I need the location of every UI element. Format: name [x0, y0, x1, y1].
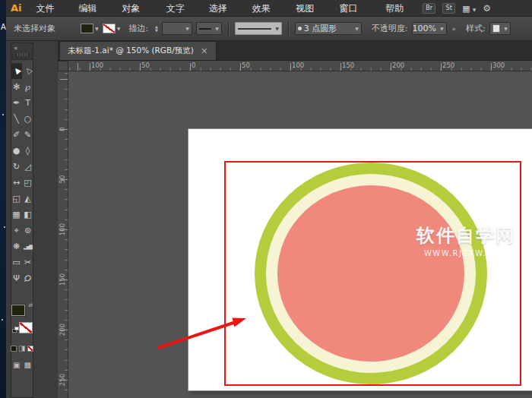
ellipse-icon: ○: [24, 114, 32, 124]
mesh-tool[interactable]: ▦: [11, 207, 22, 223]
menu-item-help[interactable]: 帮助(H): [378, 0, 423, 17]
blob-brush-tool[interactable]: ●: [11, 143, 22, 159]
gradient-icon: ◧: [24, 210, 31, 220]
selection-tool[interactable]: ▶: [11, 63, 22, 79]
fill-color-picker[interactable]: ▼: [81, 24, 99, 33]
pen-icon: ✒: [13, 98, 20, 108]
vertical-ruler[interactable]: 0 50 100 150 200 250: [58, 71, 68, 398]
ruler-origin-corner[interactable]: [58, 61, 68, 71]
menu-item-file[interactable]: 文件(F): [30, 0, 72, 17]
eyedropper-tool[interactable]: ⌖: [11, 223, 22, 238]
hand-tool[interactable]: Ψ: [11, 270, 22, 286]
menu-item-edit[interactable]: 编辑(E): [72, 0, 116, 17]
color-button[interactable]: [11, 346, 17, 352]
canvas-pasteboard[interactable]: 软件自学网 WWW.RJZXW.COM: [68, 71, 532, 398]
ruler-label: 100: [59, 222, 66, 237]
workspace-switcher[interactable]: ▦▼: [462, 3, 476, 14]
lasso-icon: ℘: [25, 82, 31, 92]
artboard-tool[interactable]: ▭: [11, 254, 22, 270]
fill-swatch[interactable]: [81, 24, 93, 33]
free-transform-tool[interactable]: ◰: [22, 175, 33, 191]
eraser-tool[interactable]: ◊: [22, 143, 33, 159]
watermelon-flesh-ellipse[interactable]: [277, 185, 464, 362]
line-tool[interactable]: ╲: [11, 111, 22, 127]
stroke-weight-select[interactable]: ▼: [162, 22, 192, 35]
ruler-label: 150: [59, 272, 66, 287]
horizontal-ruler[interactable]: 100 50 0 50 100 150 200 250 300: [68, 61, 532, 71]
opacity-panel-chevron-icon[interactable]: »: [451, 25, 458, 33]
lasso-tool[interactable]: ℘: [22, 79, 33, 95]
shape-builder-tool[interactable]: ◱: [11, 191, 22, 207]
stock-icon[interactable]: St: [442, 3, 455, 14]
red-annotation-arrow: [154, 313, 251, 355]
style-select[interactable]: ▼: [489, 22, 511, 35]
opacity-label[interactable]: 不透明度:: [372, 23, 408, 34]
column-graph-icon: ▂▅▇: [24, 244, 32, 249]
ruler-label: 0: [59, 122, 66, 137]
paintbrush-icon: ✐: [13, 130, 20, 140]
brush-definition-select[interactable]: 3 点圆形 ▼: [295, 22, 362, 35]
rotate-tool[interactable]: ↻: [11, 159, 22, 175]
direct-selection-tool[interactable]: ▷: [22, 63, 33, 79]
draw-behind-icon[interactable]: ▩: [24, 361, 31, 369]
panel-grip[interactable]: [17, 53, 28, 56]
stroke-none-swatch[interactable]: [103, 24, 116, 33]
free-transform-icon: ◰: [24, 178, 31, 188]
style-chip: [492, 24, 500, 33]
none-button[interactable]: [27, 346, 33, 352]
symbol-sprayer-tool[interactable]: ❋: [11, 238, 22, 254]
draw-normal-icon[interactable]: ▣: [13, 361, 20, 369]
brush-preview-select[interactable]: ▼: [235, 22, 282, 35]
tools-panel-header[interactable]: «: [11, 43, 33, 59]
column-graph-tool[interactable]: ▂▅▇: [22, 238, 33, 254]
gradient-button[interactable]: [19, 346, 25, 352]
blend-tool[interactable]: ⊚: [22, 223, 33, 238]
ruler-label: 50: [59, 172, 66, 187]
ruler-label: 50: [141, 62, 150, 69]
collapse-panel-icon[interactable]: «: [14, 44, 18, 52]
hand-icon: Ψ: [13, 273, 20, 283]
type-tool[interactable]: T: [22, 95, 33, 111]
slice-tool[interactable]: ✂: [22, 254, 33, 270]
ellipse-tool[interactable]: ○: [22, 111, 33, 127]
perspective-grid-tool[interactable]: ◭: [22, 191, 33, 207]
bridge-icon[interactable]: Br: [423, 3, 435, 14]
swap-fill-stroke-icon[interactable]: ⇄: [28, 303, 33, 308]
width-profile-select[interactable]: ▼: [196, 22, 222, 35]
pencil-tool[interactable]: ✎: [22, 127, 33, 143]
menu-item-object[interactable]: 对象(O): [115, 0, 159, 17]
menu-item-effect[interactable]: 效果(C): [245, 0, 289, 17]
menu-item-view[interactable]: 视图(V): [289, 0, 332, 17]
pencil-icon: ✎: [24, 130, 31, 140]
sync-gear-icon[interactable]: ⚙: [483, 3, 491, 14]
zoom-tool[interactable]: Ϙ: [22, 270, 33, 286]
scale-tool[interactable]: ◿: [22, 159, 33, 175]
stroke-color-picker[interactable]: ▼: [103, 24, 121, 33]
paintbrush-tool[interactable]: ✐: [11, 127, 22, 143]
document-tab[interactable]: 未标题-1.ai* @ 150% (RGB/预览) ×: [59, 41, 217, 60]
magic-wand-tool[interactable]: ✻: [11, 79, 22, 95]
symbol-sprayer-icon: ❋: [13, 242, 20, 251]
menu-item-window[interactable]: 窗口(W): [332, 0, 378, 17]
blend-icon: ⊚: [24, 226, 31, 235]
width-profile-preview: [199, 28, 211, 30]
zoom-icon: Ϙ: [22, 273, 33, 284]
menu-item-select[interactable]: 选择(S): [202, 0, 245, 17]
menu-bar: Ai 文件(F) 编辑(E) 对象(O) 文字(T) 选择(S) 效果(C) 视…: [6, 0, 532, 17]
fill-color-well[interactable]: [11, 305, 25, 316]
ruler-label: 0: [192, 62, 195, 69]
chevron-down-icon: ▼: [355, 26, 359, 31]
gradient-tool[interactable]: ◧: [22, 207, 33, 223]
draw-mode-buttons: ▣ ▩: [13, 361, 31, 369]
ruler-label: 200: [392, 62, 404, 69]
opacity-select[interactable]: 100%▼: [412, 22, 447, 35]
app-logo[interactable]: Ai: [6, 2, 30, 14]
menu-item-type[interactable]: 文字(T): [160, 0, 202, 17]
tab-close-icon[interactable]: ×: [201, 47, 208, 55]
stroke-weight-stepper[interactable]: ▲▼: [155, 25, 158, 33]
ruler-label: 100: [292, 62, 304, 69]
width-tool[interactable]: ↔: [11, 175, 22, 191]
stroke-color-well[interactable]: [19, 322, 33, 333]
pen-tool[interactable]: ✒: [11, 95, 22, 111]
desktop-star: [2, 319, 3, 321]
